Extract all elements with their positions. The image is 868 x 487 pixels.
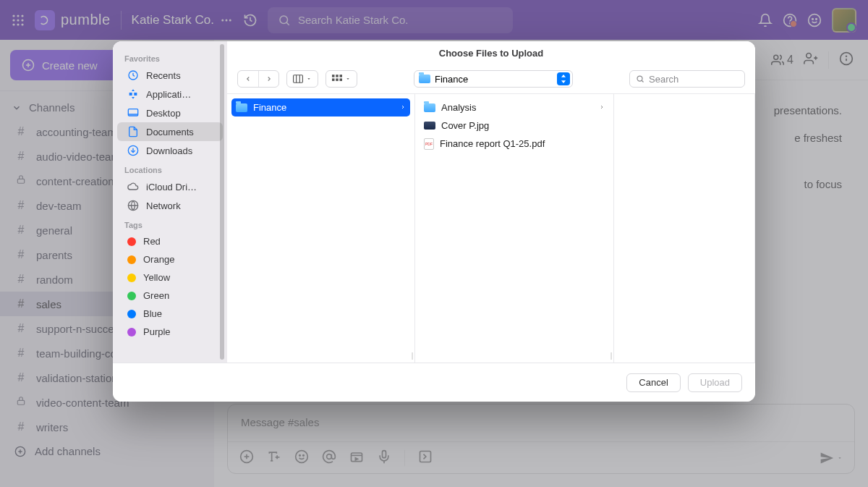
- svg-point-62: [637, 76, 642, 81]
- svg-rect-60: [336, 78, 339, 81]
- file-picker-sidebar-label: Green: [143, 290, 169, 301]
- back-button[interactable]: [238, 71, 258, 87]
- file-picker-toolbar: Finance Search: [227, 64, 755, 93]
- nav-back-forward: [237, 70, 279, 88]
- forward-button[interactable]: [258, 71, 278, 87]
- folder-icon: [419, 75, 430, 83]
- dropdown-arrows-icon: [557, 72, 570, 85]
- file-item[interactable]: Analysis: [415, 98, 613, 117]
- svg-line-63: [642, 80, 643, 82]
- current-folder-label: Finance: [435, 74, 468, 85]
- file-column-1[interactable]: Finance||: [227, 94, 415, 363]
- file-picker-sidebar-item[interactable]: Orange: [117, 250, 223, 268]
- file-column-3[interactable]: [614, 94, 755, 363]
- file-picker-sidebar-item[interactable]: Network: [117, 196, 223, 215]
- file-picker-search-placeholder: Search: [649, 74, 678, 85]
- file-picker-group-title: Favorites: [113, 48, 227, 66]
- file-picker-sidebar-item[interactable]: Green: [117, 287, 223, 305]
- file-picker-sidebar-label: Desktop: [146, 108, 181, 119]
- cancel-button[interactable]: Cancel: [626, 373, 680, 392]
- file-picker-columns: Finance|| AnalysisCover P.jpgPDFFinance …: [227, 93, 755, 363]
- file-picker-sidebar-item[interactable]: Purple: [117, 323, 223, 341]
- file-item-label: Analysis: [441, 102, 476, 113]
- folder-icon: [236, 103, 247, 112]
- file-picker-search-input[interactable]: Search: [629, 70, 745, 88]
- file-picker-sidebar-label: Documents: [146, 127, 194, 137]
- file-picker-main: Choose Files to Upload Finance: [227, 41, 755, 363]
- file-picker-footer: Cancel Upload: [113, 363, 755, 402]
- file-picker-sidebar-label: Network: [146, 200, 181, 211]
- file-item-label: Cover P.jpg: [441, 120, 489, 131]
- file-picker-group-title: Tags: [113, 215, 227, 232]
- file-item-label: Finance report Q1-25.pdf: [440, 138, 545, 149]
- view-columns-button[interactable]: [286, 70, 318, 88]
- file-item-label: Finance: [253, 102, 286, 113]
- file-item[interactable]: PDFFinance report Q1-25.pdf: [415, 135, 613, 153]
- file-picker-sidebar-item[interactable]: Downloads: [117, 141, 223, 160]
- file-picker-sidebar-label: iCloud Dri…: [146, 182, 197, 192]
- svg-rect-53: [294, 75, 303, 83]
- svg-rect-61: [340, 78, 343, 81]
- file-picker-sidebar: FavoritesRecentsApplicati…DesktopDocumen…: [113, 41, 227, 363]
- search-icon: [636, 75, 644, 83]
- svg-rect-57: [336, 75, 339, 77]
- file-picker-dialog: FavoritesRecentsApplicati…DesktopDocumen…: [113, 41, 755, 402]
- file-picker-sidebar-item[interactable]: Blue: [117, 305, 223, 323]
- file-picker-group-title: Locations: [113, 160, 227, 177]
- file-picker-sidebar-label: Yellow: [143, 272, 170, 283]
- file-item[interactable]: Cover P.jpg: [415, 117, 613, 135]
- file-picker-sidebar-label: Applicati…: [146, 89, 191, 100]
- file-picker-sidebar-label: Blue: [143, 308, 162, 319]
- chevron-right-icon: [400, 102, 406, 113]
- file-picker-sidebar-item[interactable]: Documents: [117, 122, 223, 141]
- file-picker-sidebar-label: Purple: [143, 326, 171, 337]
- group-by-button[interactable]: [326, 70, 357, 88]
- file-picker-sidebar-item[interactable]: Red: [117, 232, 223, 250]
- file-picker-sidebar-item[interactable]: Desktop: [117, 103, 223, 122]
- file-picker-title: Choose Files to Upload: [227, 41, 755, 64]
- file-picker-sidebar-item[interactable]: Recents: [117, 66, 223, 85]
- file-item[interactable]: Finance: [231, 98, 410, 117]
- file-picker-sidebar-label: Downloads: [146, 145, 192, 156]
- pdf-file-icon: PDF: [424, 138, 434, 150]
- svg-rect-59: [332, 78, 335, 81]
- file-picker-sidebar-label: Red: [143, 236, 161, 247]
- file-picker-sidebar-item[interactable]: iCloud Dri…: [117, 177, 223, 196]
- file-picker-sidebar-item[interactable]: Applicati…: [117, 85, 223, 103]
- current-folder-dropdown[interactable]: Finance: [414, 70, 573, 88]
- chevron-right-icon: [599, 102, 605, 113]
- file-picker-sidebar-item[interactable]: Yellow: [117, 268, 223, 287]
- file-column-2[interactable]: AnalysisCover P.jpgPDFFinance report Q1-…: [415, 94, 614, 363]
- folder-icon: [424, 103, 435, 112]
- image-file-icon: [424, 122, 435, 130]
- file-picker-sidebar-label: Orange: [143, 254, 174, 265]
- upload-button[interactable]: Upload: [688, 373, 742, 392]
- svg-rect-56: [332, 75, 335, 77]
- file-picker-sidebar-label: Recents: [146, 70, 181, 81]
- svg-rect-58: [340, 75, 343, 77]
